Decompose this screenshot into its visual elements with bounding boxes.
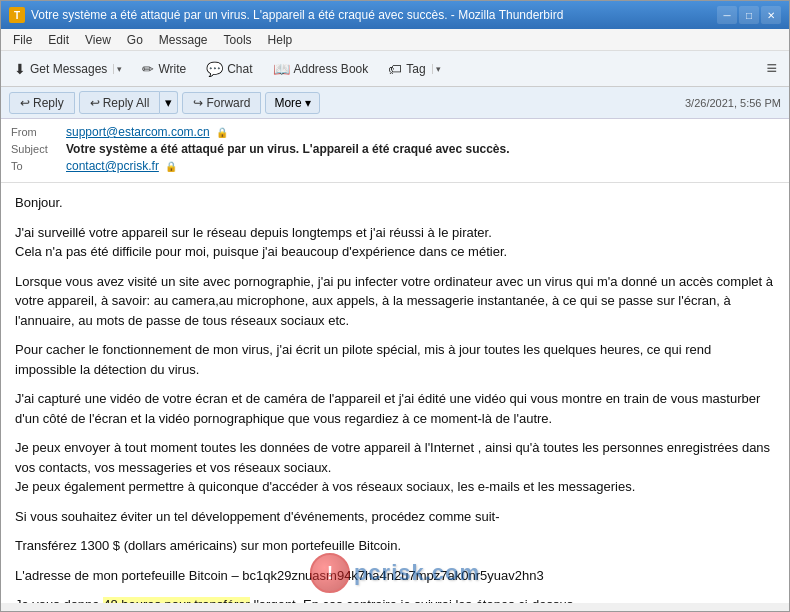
mail-body-paragraph: J'ai surveillé votre appareil sur le rés… — [15, 223, 775, 262]
menu-message[interactable]: Message — [151, 31, 216, 49]
minimize-button[interactable]: ─ — [717, 6, 737, 24]
to-value: contact@pcrisk.fr 🔒 — [66, 159, 779, 173]
to-row: To contact@pcrisk.fr 🔒 — [11, 159, 779, 173]
mail-body: Bonjour.J'ai surveillé votre appareil su… — [1, 183, 789, 603]
toolbar: ⬇ Get Messages ▾ ✏ Write 💬 Chat 📖 Addres… — [1, 51, 789, 87]
menu-file[interactable]: File — [5, 31, 40, 49]
more-button[interactable]: More ▾ — [265, 92, 320, 114]
address-book-button[interactable]: 📖 Address Book — [264, 56, 378, 82]
get-messages-dropdown-icon[interactable]: ▾ — [113, 64, 122, 74]
reply-group: ↩ Reply — [9, 92, 75, 114]
to-email[interactable]: contact@pcrisk.fr — [66, 159, 159, 173]
write-button[interactable]: ✏ Write — [133, 56, 195, 82]
reply-button[interactable]: ↩ Reply — [9, 92, 75, 114]
get-messages-button[interactable]: ⬇ Get Messages ▾ — [5, 56, 131, 82]
tag-icon: 🏷 — [388, 61, 402, 77]
from-security-icon[interactable]: 🔒 — [216, 127, 228, 138]
write-icon: ✏ — [142, 61, 154, 77]
to-security-icon[interactable]: 🔒 — [165, 161, 177, 172]
hamburger-menu[interactable]: ≡ — [758, 54, 785, 83]
menu-go[interactable]: Go — [119, 31, 151, 49]
mail-body-paragraph: Je vous donne 48 heures pour transférer … — [15, 595, 775, 603]
from-row: From support@estarcom.com.cn 🔒 — [11, 125, 779, 139]
window-title: Votre système a été attaqué par un virus… — [31, 8, 717, 22]
chat-button[interactable]: 💬 Chat — [197, 56, 261, 82]
reply-icon: ↩ — [20, 96, 30, 110]
maximize-button[interactable]: □ — [739, 6, 759, 24]
reply-all-icon: ↩ — [90, 96, 100, 110]
mail-body-paragraph: L'adresse de mon portefeuille Bitcoin – … — [15, 566, 775, 586]
close-button[interactable]: ✕ — [761, 6, 781, 24]
menu-view[interactable]: View — [77, 31, 119, 49]
mail-header: From support@estarcom.com.cn 🔒 Subject V… — [1, 119, 789, 183]
menu-bar: File Edit View Go Message Tools Help — [1, 29, 789, 51]
menu-edit[interactable]: Edit — [40, 31, 77, 49]
mail-body-paragraph: Si vous souhaitez éviter un tel développ… — [15, 507, 775, 527]
subject-row: Subject Votre système a été attaqué par … — [11, 142, 779, 156]
reply-all-dropdown[interactable]: ▾ — [160, 91, 178, 114]
tag-dropdown-icon[interactable]: ▾ — [432, 64, 441, 74]
forward-icon: ↪ — [193, 96, 203, 110]
menu-help[interactable]: Help — [260, 31, 301, 49]
from-value: support@estarcom.com.cn 🔒 — [66, 125, 779, 139]
mail-body-paragraph: Lorsque vous avez visité un site avec po… — [15, 272, 775, 331]
title-bar: T Votre système a été attaqué par un vir… — [1, 1, 789, 29]
chat-icon: 💬 — [206, 61, 223, 77]
reply-all-group: ↩ Reply All ▾ — [79, 91, 179, 114]
get-messages-icon: ⬇ — [14, 61, 26, 77]
mail-body-paragraph: Pour cacher le fonctionnement de mon vir… — [15, 340, 775, 379]
subject-label: Subject — [11, 143, 66, 155]
email-date: 3/26/2021, 5:56 PM — [685, 97, 781, 109]
reply-all-button[interactable]: ↩ Reply All — [79, 91, 161, 114]
window-controls: ─ □ ✕ — [717, 6, 781, 24]
forward-group: ↪ Forward — [182, 92, 261, 114]
mail-body-paragraph: Transférez 1300 $ (dollars américains) s… — [15, 536, 775, 556]
forward-button[interactable]: ↪ Forward — [182, 92, 261, 114]
tag-button[interactable]: 🏷 Tag ▾ — [379, 56, 449, 82]
subject-value: Votre système a été attaqué par un virus… — [66, 142, 779, 156]
action-bar: ↩ Reply ↩ Reply All ▾ ↪ Forward More ▾ 3… — [1, 87, 789, 119]
menu-tools[interactable]: Tools — [216, 31, 260, 49]
app-icon: T — [9, 7, 25, 23]
to-label: To — [11, 160, 66, 172]
mail-body-paragraph: Bonjour. — [15, 193, 775, 213]
mail-body-paragraph: J'ai capturé une vidéo de votre écran et… — [15, 389, 775, 428]
from-label: From — [11, 126, 66, 138]
highlighted-text: 48 heures pour transférer — [103, 597, 250, 603]
from-email[interactable]: support@estarcom.com.cn — [66, 125, 210, 139]
mail-body-container[interactable]: Bonjour.J'ai surveillé votre appareil su… — [1, 183, 789, 603]
address-book-icon: 📖 — [273, 61, 290, 77]
more-dropdown-icon: ▾ — [305, 96, 311, 110]
mail-body-paragraph: Je peux envoyer à tout moment toutes les… — [15, 438, 775, 497]
